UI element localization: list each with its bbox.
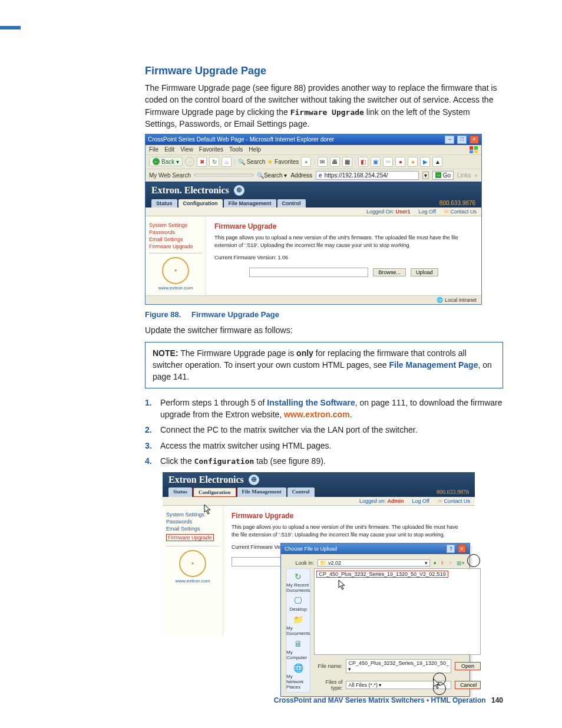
dialog-help-icon[interactable]: ? xyxy=(447,545,455,553)
phone-number: 800.633.9876 xyxy=(439,200,475,206)
tool-icon-5[interactable]: ● xyxy=(408,157,418,167)
home-icon[interactable]: ⌂ xyxy=(222,157,232,167)
links-label[interactable]: Links xyxy=(457,172,471,179)
ie-toolbar: ← Back ▾ → ✖ ↻ ⌂ | 🔍 Search ★ Favorites … xyxy=(146,154,481,169)
go-arrow-icon: → xyxy=(435,172,441,178)
address-dropdown-icon[interactable]: ▾ xyxy=(422,172,429,179)
mywebsearch-input[interactable] xyxy=(194,174,253,176)
file-management-page-link[interactable]: File Management Page xyxy=(389,360,478,370)
sidebar-url-89[interactable]: www.extron.com xyxy=(166,578,219,584)
tool-icon-3[interactable]: ✂ xyxy=(383,157,393,167)
tool-icon-1[interactable]: ◧ xyxy=(358,157,368,167)
step-2: 2.Connect the PC to the matrix switcher … xyxy=(145,424,503,436)
sub-bar: Logged On: User1 Log Off Contact Us xyxy=(146,207,481,216)
favorites-label[interactable]: ★ Favorites xyxy=(267,159,299,165)
up-level-icon[interactable]: ⬆ xyxy=(440,560,445,566)
configuration-code: Configuration xyxy=(194,457,254,466)
sidebar-passwords[interactable]: Passwords xyxy=(149,229,202,235)
logoff-link[interactable]: Log Off xyxy=(419,209,436,215)
extron-header: Extron. Electronics ⊕ Status Configurati… xyxy=(146,182,481,207)
zone-icon: 🌐 xyxy=(437,297,443,303)
edit-icon[interactable]: ▦ xyxy=(342,157,352,167)
sidebar-system-settings-89[interactable]: System Settings xyxy=(166,512,219,518)
close-icon[interactable]: × xyxy=(470,136,479,144)
lookin-select[interactable]: 📁 v2.02 ▾ xyxy=(318,559,430,566)
step-1: 1. Perform steps 1 through 5 of Installi… xyxy=(145,397,503,421)
brand-text: Extron. Electronics xyxy=(151,185,229,196)
step-3: 3.Access the matrix switcher using HTML … xyxy=(145,440,503,452)
back-button[interactable]: ← Back ▾ xyxy=(149,157,183,166)
pane-description-89: This page allows you to upload a new ver… xyxy=(232,523,467,539)
place-desktop[interactable]: 🖵Desktop xyxy=(290,595,307,612)
search-button[interactable]: 🔍Search ▾ xyxy=(257,172,287,179)
intro-paragraph: The Firmware Upgrade page (see figure 88… xyxy=(145,82,503,130)
installing-software-link[interactable]: Installing the Software xyxy=(267,398,355,407)
tab-status-89[interactable]: Status xyxy=(168,487,192,497)
browse-button[interactable]: Browse... xyxy=(373,268,406,276)
place-network[interactable]: 🌐My Network Places xyxy=(286,663,310,690)
places-bar: ↻My Recent Documents 🖵Desktop 📁My Docume… xyxy=(286,568,310,693)
contact-us-link-89[interactable]: Contact Us xyxy=(438,498,470,504)
go-button[interactable]: → Go xyxy=(432,171,454,180)
place-mydocs[interactable]: 📁My Documents xyxy=(286,614,310,636)
place-recent[interactable]: ↻My Recent Documents xyxy=(286,571,310,593)
stop-icon[interactable]: ✖ xyxy=(197,157,207,167)
file-list[interactable]: CP_450_Plus_3232_Series_19_1320_50_V2_02… xyxy=(314,568,481,655)
menu-favorites[interactable]: Favorites xyxy=(199,146,223,153)
tool-icon-7[interactable]: ▲ xyxy=(432,157,442,167)
refresh-icon[interactable]: ↻ xyxy=(209,157,219,167)
filetype-select[interactable]: All Files (*.*) ▾ xyxy=(346,681,451,689)
new-folder-icon[interactable]: ✧ xyxy=(448,560,453,566)
back-arrow-icon: ← xyxy=(153,158,160,165)
sidebar-email-settings[interactable]: Email Settings xyxy=(149,236,202,242)
sidebar-firmware-upgrade-89[interactable]: Firmware Upgrade xyxy=(166,534,214,541)
menu-view[interactable]: View xyxy=(180,146,193,153)
tab-file-management-89[interactable]: File Management xyxy=(237,487,286,497)
tab-status[interactable]: Status xyxy=(151,199,177,207)
tab-configuration-89[interactable]: Configuration xyxy=(193,487,236,497)
menu-help[interactable]: Help xyxy=(249,146,261,153)
address-input[interactable]: e https://192.168.254.254/ xyxy=(316,171,419,180)
tab-configuration[interactable]: Configuration xyxy=(178,199,223,207)
views-icon[interactable]: ▦▾ xyxy=(457,560,465,566)
ie-logo-icon xyxy=(470,146,478,153)
filename-input[interactable]: CP_450_Plus_3232_Series_19_1320_50_ ▾ xyxy=(346,659,451,673)
dropdown-icon-dlg: ▾ xyxy=(425,560,428,566)
maximize-icon[interactable]: □ xyxy=(457,136,467,144)
tab-file-management[interactable]: File Management xyxy=(224,199,276,207)
note-label: NOTE: xyxy=(153,348,178,358)
open-button[interactable]: Open xyxy=(455,662,481,670)
sidebar-firmware-upgrade[interactable]: Firmware Upgrade xyxy=(149,243,202,249)
figure-89-window: Extron Electronics ⊕ Status Configuratio… xyxy=(163,472,475,635)
tool-icon-6[interactable]: ▶ xyxy=(420,157,430,167)
sidebar-url[interactable]: www.extron.com xyxy=(149,285,202,291)
print-icon[interactable]: 🖶 xyxy=(330,157,340,167)
logoff-link-89[interactable]: Log Off xyxy=(412,498,429,504)
place-mycomputer[interactable]: 🖥My Computer xyxy=(286,638,310,660)
menu-file[interactable]: File xyxy=(149,146,158,153)
tab-control[interactable]: Control xyxy=(277,199,306,207)
history-icon[interactable]: ● xyxy=(301,157,311,167)
mail-icon[interactable]: ✉ xyxy=(318,157,328,167)
file-path-input[interactable] xyxy=(249,268,368,277)
dialog-close-icon[interactable]: × xyxy=(458,545,466,553)
cancel-button[interactable]: Cancel xyxy=(455,681,481,689)
tool-icon-4[interactable]: ● xyxy=(395,157,405,167)
dropdown-icon: ▾ xyxy=(176,159,179,165)
back-nav-icon[interactable]: ● xyxy=(434,560,437,566)
extron-website-link[interactable]: www.extron.com xyxy=(284,410,350,419)
contact-us-link[interactable]: Contact Us xyxy=(444,209,477,215)
sidebar-system-settings[interactable]: System Settings xyxy=(149,222,202,228)
minimize-icon[interactable]: – xyxy=(445,136,454,144)
search-label[interactable]: 🔍 Search xyxy=(238,159,265,165)
links-chevron-icon[interactable]: » xyxy=(474,172,478,179)
upload-button[interactable]: Upload xyxy=(411,268,438,276)
menu-edit[interactable]: Edit xyxy=(164,146,174,153)
sidebar-email-settings-89[interactable]: Email Settings xyxy=(166,526,219,532)
sidebar-passwords-89[interactable]: Passwords xyxy=(166,519,219,525)
tool-icon-2[interactable]: ▣ xyxy=(371,157,381,167)
forward-button[interactable]: → xyxy=(185,157,194,166)
tab-control-89[interactable]: Control xyxy=(287,487,315,497)
file-item[interactable]: CP_450_Plus_3232_Series_19_1320_50_V2_02… xyxy=(316,571,448,578)
menu-tools[interactable]: Tools xyxy=(229,146,243,153)
